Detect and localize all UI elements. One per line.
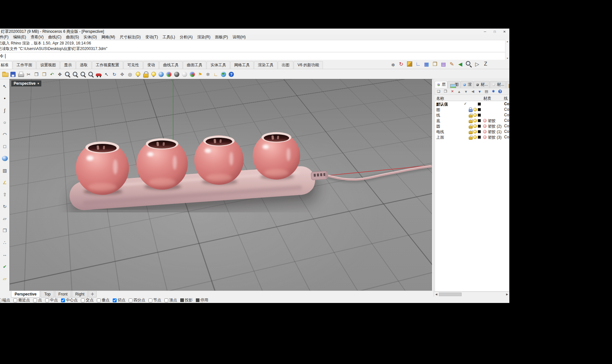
command-input[interactable]: 指令: [0,52,509,60]
layer-row[interactable]: 默认值 ✓ Con [435,101,509,107]
layer-color-swatch[interactable] [478,125,481,128]
menu-curve[interactable]: 曲线(C) [46,34,64,40]
osnap-checkbox[interactable] [13,298,17,302]
tab-visibility[interactable]: 可见性 [123,61,143,69]
viewport-tab-top[interactable]: Top [41,291,54,297]
layer-linetype[interactable]: Con [504,107,509,112]
view-car-icon[interactable] [95,71,102,78]
rendered-view-icon[interactable] [165,71,172,78]
osnap-最近点[interactable]: 最近点 [13,297,30,303]
layer-material[interactable]: 塑胶 (3) [488,135,502,140]
tab-mesh-tools[interactable]: 网格工具 [230,61,254,69]
layer-linetype[interactable]: Con [504,113,509,117]
tab-solid-tools[interactable]: 实体工具 [207,61,230,69]
tab-standard[interactable]: 标准 [0,61,12,69]
layer-linetype[interactable]: Con [504,102,509,106]
minimize-button[interactable]: ─ [480,29,490,34]
layer-name[interactable]: 底 [436,118,440,124]
pan-hand-icon[interactable]: ✥ [56,71,63,78]
tab-drafting[interactable]: 出图 [278,61,293,69]
osnap-checkbox[interactable] [196,298,199,302]
osnap-切点[interactable]: 切点 [113,297,125,303]
lightbulb-icon[interactable] [473,124,477,128]
osnap-checkbox[interactable] [81,298,85,302]
zoom-window-icon[interactable] [72,71,79,78]
sphere-tool-icon[interactable] [1,155,9,162]
tab-select[interactable]: 选取 [76,61,92,69]
layer-name[interactable]: 线 [436,113,440,118]
cplane-corner-icon[interactable]: ∟ [414,60,422,68]
new-layer-icon[interactable]: ❏ [436,89,441,94]
osnap-checkbox[interactable] [129,298,133,302]
rectangle-tool-icon[interactable]: □ [1,143,9,150]
panel-tab-materials-2[interactable]: 材... [490,81,506,88]
filter-funnel-icon[interactable]: ▼ [477,89,482,94]
light-icon[interactable] [150,71,157,78]
menu-view[interactable]: 查看(V) [28,34,46,40]
collapse-icon[interactable]: ◀ [470,89,476,94]
panel-tab-render[interactable]: 渲 [461,81,473,88]
scroll-down-icon[interactable]: ▼ [506,57,509,59]
layer-color-swatch[interactable] [478,130,481,133]
layer-report-icon[interactable]: ▤ [484,89,489,94]
rotate-view-icon[interactable]: ↻ [111,71,118,78]
unlock-icon[interactable] [468,113,472,117]
menu-solid[interactable]: 实体(O) [81,34,99,40]
select-cursor-icon[interactable]: ↖ [103,71,110,78]
pencil-edit-icon[interactable]: ✎ [448,60,456,68]
tab-transform[interactable]: 变动 [143,61,159,69]
check-icon[interactable]: ✔ [1,263,9,270]
osnap-checkbox[interactable] [180,298,184,302]
menu-tools[interactable]: 工具(L) [160,34,177,40]
layer-linetype[interactable]: Con [504,118,509,123]
save-file-icon[interactable] [9,71,17,78]
osnap-端点[interactable]: 端点 [0,297,10,303]
menu-edit[interactable]: 编辑(E) [11,34,28,40]
osnap-中心点[interactable]: 中心点 [61,297,78,303]
close-button[interactable]: ✕ [500,29,509,34]
layer-name[interactable]: 默认值 [436,102,448,107]
command-scrollbar[interactable]: ▲ ▼ [505,40,509,60]
zoom-selected-icon[interactable] [80,71,87,78]
lock-icon[interactable] [468,107,472,112]
layer-linetype[interactable]: Con [504,124,509,128]
materials-book-icon[interactable]: ▤ [440,60,447,68]
lightbulb-icon[interactable] [473,130,477,133]
menu-mesh[interactable]: 网格(M) [99,34,117,40]
viewport-tab-front[interactable]: Front [55,291,71,297]
viewport-title[interactable]: Perspective ▾ [11,81,41,86]
tab-curve-tools[interactable]: 曲线工具 [159,61,183,69]
move-down-icon[interactable]: ▼ [463,89,469,94]
rotate-tool-icon[interactable]: ↻ [1,203,9,210]
column-material[interactable]: 材质 [483,96,491,101]
panel-tab-materials[interactable]: 材... [474,81,490,88]
delete-layer-icon[interactable]: ✕ [450,89,455,94]
scroll-up-icon[interactable]: ▲ [506,40,509,43]
menu-analyze[interactable]: 分析(A) [177,34,195,40]
osnap-垂点[interactable]: 垂点 [97,297,109,303]
zoom-extents-icon[interactable] [87,71,95,78]
osnap-checkbox[interactable] [61,298,65,302]
layer-row[interactable]: 底 塑胶 Con [435,118,509,123]
tab-viewport-layout[interactable]: 工作视窗配置 [92,61,123,69]
layer-color-swatch[interactable] [478,103,481,106]
cplane-icon[interactable]: ∟ [212,71,219,78]
menu-transform[interactable]: 变动(T) [143,34,160,40]
layer-linetype[interactable]: Con [504,129,509,134]
arc-tool-icon[interactable]: ◠ [1,131,9,138]
material-swatch-icon[interactable] [483,130,487,133]
xray-view-icon[interactable] [173,71,180,78]
menu-help[interactable]: 说明(H) [230,34,248,40]
viewport-tab-new[interactable]: ✛ [89,291,96,297]
layer-material[interactable]: 塑胶 (2) [488,124,502,129]
menu-render[interactable]: 渲染(R) [195,34,213,40]
paste-icon[interactable]: ❒ [41,71,48,78]
material-swatch-icon[interactable] [483,135,487,139]
new-sublayer-icon[interactable]: ❐ [443,89,448,94]
layer-row[interactable]: 线 Con [435,112,509,118]
material-swatch-icon[interactable] [483,124,487,128]
unlock-icon[interactable] [468,119,472,123]
tab-v6-new[interactable]: V6 的新功能 [294,61,323,69]
maximize-button[interactable]: □ [490,29,500,34]
unlock-icon[interactable] [468,124,472,128]
